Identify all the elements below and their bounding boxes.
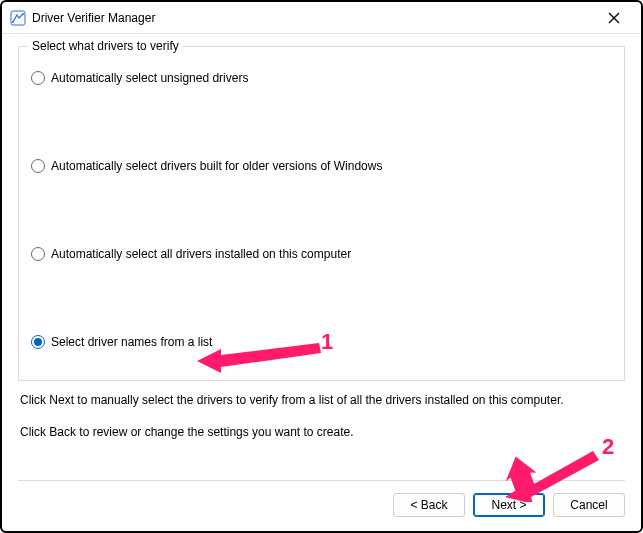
close-icon [608,12,620,24]
radio-unsigned-drivers[interactable]: Automatically select unsigned drivers [31,71,612,85]
svg-point-1 [12,21,14,23]
radio-label: Automatically select all drivers install… [51,247,351,261]
cancel-button[interactable]: Cancel [553,493,625,517]
titlebar: Driver Verifier Manager [2,2,641,34]
close-button[interactable] [591,3,637,33]
description-line: Click Next to manually select the driver… [20,393,623,409]
svg-point-2 [22,13,24,15]
radio-label: Automatically select drivers built for o… [51,159,382,173]
drivers-group: Select what drivers to verify Automatica… [18,46,625,381]
radio-all-installed-drivers[interactable]: Automatically select all drivers install… [31,247,612,261]
app-icon [10,10,26,26]
radio-label: Automatically select unsigned drivers [51,71,248,85]
radio-icon [31,71,45,85]
radio-icon-selected [31,335,45,349]
radio-select-from-list[interactable]: Select driver names from a list [31,335,612,349]
back-button[interactable]: < Back [393,493,465,517]
radio-older-windows-drivers[interactable]: Automatically select drivers built for o… [31,159,612,173]
next-button[interactable]: Next > [473,493,545,517]
description-text: Click Next to manually select the driver… [20,393,623,440]
separator [18,480,625,481]
window-title: Driver Verifier Manager [32,11,155,25]
button-row: < Back Next > Cancel [393,493,625,517]
radio-label: Select driver names from a list [51,335,212,349]
description-line: Click Back to review or change the setti… [20,425,623,441]
radio-icon [31,247,45,261]
radio-icon [31,159,45,173]
group-legend: Select what drivers to verify [28,39,183,53]
